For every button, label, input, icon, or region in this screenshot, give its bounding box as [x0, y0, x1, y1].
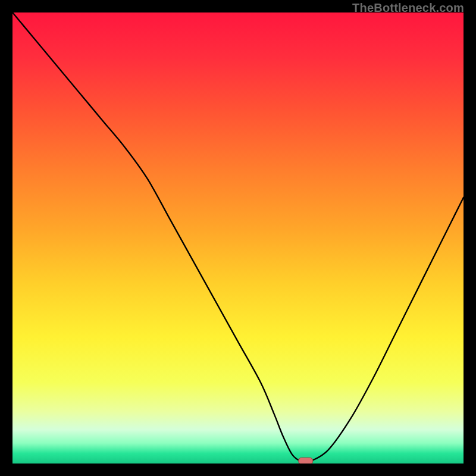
chart-svg — [12, 12, 464, 464]
plot-area — [12, 12, 464, 464]
watermark-text: TheBottleneck.com — [352, 1, 464, 15]
chart-frame: TheBottleneck.com — [0, 0, 476, 476]
gradient-background — [12, 12, 464, 464]
optimal-marker — [299, 458, 313, 464]
